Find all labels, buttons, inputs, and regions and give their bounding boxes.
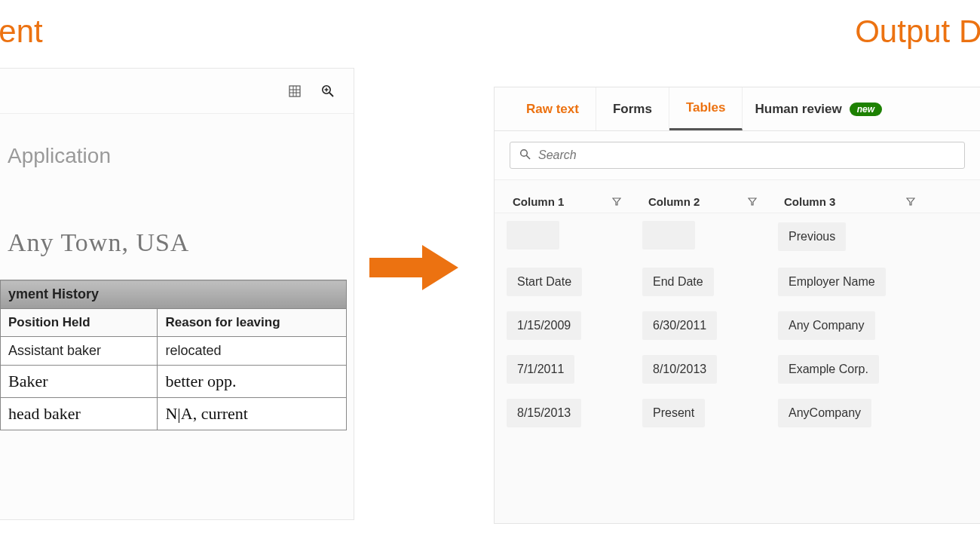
scan-header-cell: Reason for leaving: [158, 309, 347, 337]
filter-icon[interactable]: [612, 195, 621, 208]
table-cell[interactable]: Example Corp.: [778, 355, 879, 384]
left-title: ument: [0, 14, 43, 50]
table-cell[interactable]: 6/30/2011: [642, 311, 717, 340]
table-cell[interactable]: Previous: [778, 222, 846, 251]
scan-cell: relocated: [158, 337, 347, 366]
svg-marker-9: [369, 245, 458, 290]
tab-human-review-label: Human review: [755, 102, 841, 117]
search-row: [495, 131, 980, 180]
table-cell[interactable]: End Date: [642, 268, 714, 296]
table-cell[interactable]: Start Date: [507, 268, 582, 296]
column-header-label: Column 3: [784, 195, 835, 208]
table-header-row: Column 1 Column 2 Column 3: [495, 180, 980, 213]
handwritten-address: Any Town, USA: [0, 168, 354, 272]
filter-icon[interactable]: [906, 195, 915, 208]
search-box[interactable]: [510, 142, 965, 169]
output-tabs: Raw text Forms Tables Human review new: [495, 87, 980, 131]
svg-line-6: [329, 93, 333, 96]
scan-section-header: yment History: [1, 280, 347, 309]
table-row: 1/15/2009 6/30/2011 Any Company: [495, 304, 980, 347]
table-row: 8/15/2013 Present AnyCompany: [495, 391, 980, 435]
svg-marker-14: [907, 198, 914, 205]
column-header-label: Column 1: [513, 195, 564, 208]
column-header[interactable]: Column 1: [499, 195, 635, 208]
table-cell[interactable]: [642, 221, 695, 249]
document-preview: Application Any Town, USA yment History …: [0, 114, 354, 430]
right-title: Output Docu: [855, 14, 980, 50]
table-cell[interactable]: Present: [642, 399, 705, 427]
table-body: Previous Start Date End Date Employer Na…: [495, 213, 980, 435]
new-badge: new: [850, 103, 882, 116]
scan-cell: Assistant baker: [1, 337, 158, 366]
scanned-table: yment History Position Held Reason for l…: [0, 280, 347, 430]
zoom-icon[interactable]: [320, 84, 335, 99]
table-cell[interactable]: Any Company: [778, 311, 875, 340]
document-heading: Application: [0, 144, 354, 168]
table-row: 7/1/2011 8/10/2013 Example Corp.: [495, 347, 980, 391]
tab-tables[interactable]: Tables: [669, 87, 743, 130]
table-row: Start Date End Date Employer Name: [495, 260, 980, 304]
column-header[interactable]: Column 2: [635, 195, 770, 208]
table-cell[interactable]: Employer Name: [778, 268, 886, 296]
column-header[interactable]: Column 3: [770, 195, 929, 208]
left-toolbar: [0, 69, 354, 114]
table-cell[interactable]: 7/1/2011: [507, 355, 574, 384]
output-document-panel: Raw text Forms Tables Human review new C…: [494, 87, 980, 524]
table-cell[interactable]: [507, 221, 559, 249]
column-header-label: Column 2: [648, 195, 700, 208]
svg-rect-0: [289, 86, 300, 96]
table-cell[interactable]: AnyCompany: [778, 399, 871, 427]
scan-cell: better opp.: [158, 366, 347, 398]
arrow-right-icon: [369, 241, 460, 294]
svg-point-10: [521, 149, 528, 156]
scan-cell: head baker: [1, 398, 158, 430]
input-document-panel: Application Any Town, USA yment History …: [0, 68, 354, 520]
grid-view-icon[interactable]: [287, 84, 302, 99]
tab-human-review[interactable]: Human review new: [743, 87, 894, 130]
search-input[interactable]: [538, 148, 955, 162]
svg-marker-12: [613, 198, 620, 205]
svg-line-11: [526, 155, 530, 159]
table-cell[interactable]: 1/15/2009: [507, 311, 581, 340]
filter-icon[interactable]: [748, 195, 757, 208]
table-cell[interactable]: 8/15/2013: [507, 399, 581, 427]
table-row: Previous: [495, 213, 980, 260]
search-icon: [519, 148, 531, 163]
scan-cell: Baker: [1, 366, 158, 398]
table-cell[interactable]: 8/10/2013: [642, 355, 717, 384]
tab-forms[interactable]: Forms: [596, 87, 669, 130]
scan-header-cell: Position Held: [1, 309, 158, 337]
tab-raw-text[interactable]: Raw text: [510, 87, 596, 130]
svg-marker-13: [749, 198, 756, 205]
scan-cell: N|A, current: [158, 398, 347, 430]
